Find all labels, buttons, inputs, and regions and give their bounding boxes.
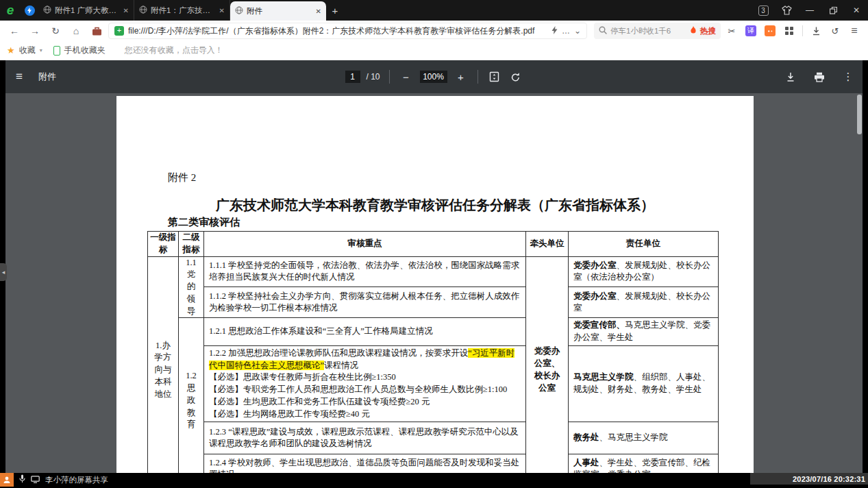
pdf-sidebar-menu-icon[interactable]: ≡: [0, 70, 38, 84]
header-focus: 审核重点: [204, 232, 526, 257]
audit-task-table: 一级指标 二级指标 审核重点 牵头单位 责任单位 1.办学方向与本科地位 1.1…: [147, 231, 719, 473]
bookmarks-bar: ★ 收藏 ▾ 手机收藏夹 您还没有收藏，点击导入！: [0, 41, 868, 60]
responsible-cell: 人事处、学生处、党委宣传部、纪检监察室、党委办公室: [569, 454, 719, 473]
toolbar-divider: [478, 70, 478, 84]
globe-favicon-icon: [43, 5, 51, 15]
browser-mode-button[interactable]: [21, 0, 38, 21]
download-manager-icon[interactable]: [808, 23, 824, 39]
fit-page-icon[interactable]: [487, 69, 502, 84]
table-row: 1.1.2 学校坚持社会主义办学方向、贯彻落实立德树人根本任务、把立德树人成效作…: [148, 287, 719, 318]
requirement-line: 【必选】思政课专任教师与折合在校生比例≥1:350: [209, 371, 521, 384]
tab-close-icon[interactable]: ✕: [316, 8, 321, 15]
share-label: 李小萍的屏幕共享: [45, 475, 108, 485]
browser-logo-icon[interactable]: e: [0, 0, 21, 21]
flame-icon: [690, 25, 697, 37]
level2-group-cell: 1.1 党的领导: [179, 256, 204, 318]
share-person-icon: [0, 473, 14, 487]
forward-icon[interactable]: →: [26, 23, 44, 39]
responsible-cell: 党委宣传部、马克思主义学院、党委办公室、学生处: [569, 318, 719, 346]
responsible-cell: 马克思主义学院、组织部、人事处、规划处、财务处、教务处、学生处: [569, 345, 719, 422]
browser-tab-bar: e 附件1 广师大教【2019】168 ✕ 附件1：广东技术师范大学本科 ✕ 附…: [0, 0, 868, 21]
favorites-star-icon[interactable]: ★: [7, 45, 15, 56]
favorites-dropdown-icon[interactable]: ▾: [40, 47, 42, 53]
scissors-icon[interactable]: ✂: [723, 23, 740, 39]
globe-favicon-icon: [235, 6, 243, 16]
close-window-button[interactable]: ✕: [845, 0, 868, 21]
tab-close-icon[interactable]: ✕: [123, 7, 129, 14]
monitor-icon: [31, 474, 40, 486]
focus-cell: 1.2.1 思想政治工作体系建设和“三全育人”工作格局建立情况: [204, 318, 526, 346]
url-dropdown-icon[interactable]: ⌄: [574, 26, 581, 36]
search-box[interactable]: 停车1小时收1千6 热搜: [594, 23, 721, 39]
clock-band: 2023/07/16 20:32:31: [750, 473, 868, 485]
search-suggestion[interactable]: 停车1小时收1千6: [610, 26, 686, 36]
responsible-cell: 教务处、马克思主义学院: [569, 422, 719, 454]
table-row: 1.2.4 学校对教师、学生出现思想政治、道德品质等负面问题能否及时发现和妥当处…: [148, 454, 719, 473]
panel-collapse-arrow[interactable]: ◂: [0, 263, 7, 281]
document-subtitle: 第二类审核评估: [168, 216, 240, 229]
table-row: 1.2.3 “课程思政”建设与成效，课程思政示范课程、课程思政教学研究示范中心以…: [148, 422, 719, 454]
header-level2: 二级指标: [179, 232, 204, 257]
hot-search-label[interactable]: 热搜: [700, 26, 716, 36]
bookmarks-hint[interactable]: 您还没有收藏，点击导入！: [125, 45, 223, 56]
table-row: 1.办学方向与本科地位 1.1 党的领导 1.1.1 学校坚持党的全面领导，依法…: [148, 256, 719, 287]
document-title: 广东技术师范大学本科教育教学审核评估任务分解表（广东省指标体系）: [116, 196, 754, 215]
briefcase-icon[interactable]: [88, 23, 106, 39]
pdf-toolbar-right: ⋮: [783, 60, 868, 93]
zoom-level-value[interactable]: 100%: [420, 71, 447, 83]
home-icon[interactable]: ⌂: [67, 23, 85, 39]
lead-unit-cell: 党委办公室、校长办公室: [526, 256, 569, 473]
tab-close-icon[interactable]: ✕: [219, 7, 225, 14]
tab-title: 附件: [247, 6, 312, 16]
requirement-line: 【必选】生均思政工作和党务工作队伍建设专项经费≥20 元: [209, 396, 521, 408]
tab-attachment1-table[interactable]: 附件1：广东技术师范大学本科 ✕: [134, 0, 230, 21]
file-shield-icon: +: [114, 26, 124, 36]
header-responsible: 责任单位: [569, 232, 719, 257]
screen-share-indicator[interactable]: 李小萍的屏幕共享: [0, 473, 108, 487]
focus-cell: 1.2.3 “课程思政”建设与成效，课程思政示范课程、课程思政教学研究示范中心以…: [204, 422, 526, 454]
restore-button[interactable]: [821, 0, 845, 21]
attachment-label: 附件 2: [168, 171, 196, 184]
zoom-in-button[interactable]: +: [454, 69, 469, 84]
favorites-label[interactable]: 收藏: [19, 45, 36, 56]
table-header-row: 一级指标 二级指标 审核重点 牵头单位 责任单位: [148, 232, 719, 257]
window-controls: 3 — ✕: [752, 0, 868, 21]
url-field[interactable]: + file:///D:/李小萍/法学院工作/（广东省指标体系）附件2：广东技术…: [108, 23, 587, 39]
screen: e 附件1 广师大教【2019】168 ✕ 附件1：广东技术师范大学本科 ✕ 附…: [0, 0, 868, 488]
tab-attachment1-doc[interactable]: 附件1 广师大教【2019】168 ✕: [38, 0, 134, 21]
back-icon[interactable]: ←: [5, 23, 23, 39]
pdf-overflow-menu-icon[interactable]: ⋮: [841, 69, 856, 84]
page-number-input[interactable]: 1: [345, 71, 360, 83]
vertical-scrollbar[interactable]: [857, 95, 862, 134]
timestamp: 2023/07/16 20:32:31: [793, 475, 865, 483]
browser-menu-icon[interactable]: ≡: [846, 23, 863, 39]
theme-skin-icon[interactable]: [775, 0, 798, 21]
focus-cell: 1.1.1 学校坚持党的全面领导，依法治教、依法办学、依法治校，围绕国家战略需求…: [204, 256, 526, 287]
translate-icon[interactable]: 译: [743, 23, 759, 39]
responsible-cell: 党委办公室、发展规划处、校长办公室（依法治校办公室）: [569, 256, 719, 287]
pdf-page-controls: 1 / 10 − 100% +: [345, 60, 523, 93]
mobile-favorites-icon: [53, 46, 60, 56]
rotate-icon[interactable]: [508, 69, 523, 84]
tab-attachment-active[interactable]: 附件 ✕: [230, 1, 326, 21]
minimize-button[interactable]: —: [798, 0, 821, 21]
pdf-document-title: 附件: [38, 71, 56, 83]
focus-cell: 1.2.2 加强思想政治理论课教师队伍和思政课程建设情况，按要求开设“习近平新时…: [204, 345, 526, 422]
focus-cell: 1.1.2 学校坚持社会主义办学方向、贯彻落实立德树人根本任务、把立德树人成效作…: [204, 287, 526, 318]
games-icon[interactable]: [762, 23, 778, 39]
tab-title: 附件1 广师大教【2019】168: [55, 5, 120, 16]
lightning-icon[interactable]: [551, 26, 558, 36]
mobile-favorites-label[interactable]: 手机收藏夹: [64, 45, 106, 56]
new-tab-button[interactable]: +: [326, 0, 344, 21]
right-black-strip: [863, 60, 868, 473]
url-text[interactable]: file:///D:/李小萍/法学院工作/（广东省指标体系）附件2：广东技术师范…: [128, 25, 547, 37]
undo-icon[interactable]: ↺: [827, 23, 843, 39]
tab-count-badge[interactable]: 3: [752, 0, 775, 21]
table-row: 1.2 思政教育 1.2.1 思想政治工作体系建设和“三全育人”工作格局建立情况…: [148, 318, 719, 346]
apps-grid-icon[interactable]: [781, 23, 797, 39]
reload-icon[interactable]: ↻: [47, 23, 64, 39]
more-actions-icon[interactable]: …: [562, 26, 570, 36]
zoom-out-button[interactable]: −: [399, 69, 414, 84]
pdf-download-icon[interactable]: [783, 69, 798, 84]
pdf-print-icon[interactable]: [812, 69, 827, 84]
